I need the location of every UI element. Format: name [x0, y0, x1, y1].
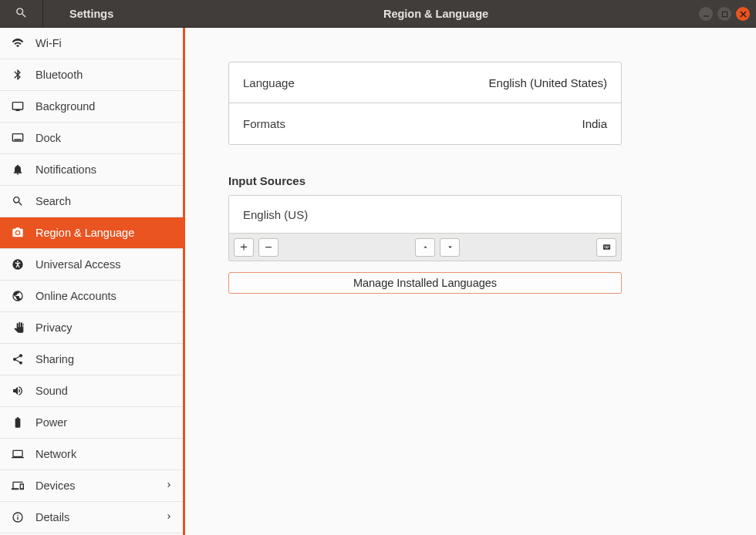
accessibility-icon	[11, 257, 25, 271]
close-button[interactable]	[736, 7, 750, 21]
close-icon	[740, 8, 747, 20]
chevron-down-icon	[446, 241, 454, 254]
sidebar-item-background[interactable]: Background	[0, 91, 183, 123]
plus-icon: ＋	[238, 239, 250, 255]
sidebar-item-label: Notifications	[35, 163, 96, 176]
bell-icon	[11, 163, 25, 177]
titlebar: Settings Region & Language	[0, 0, 756, 28]
sidebar-item-wifi[interactable]: Wi-Fi	[0, 28, 183, 59]
formats-value: India	[582, 117, 607, 130]
language-label: Language	[243, 76, 295, 89]
sidebar-item-devices[interactable]: Devices	[0, 470, 183, 502]
share-icon	[11, 352, 25, 366]
sidebar-item-network[interactable]: Network	[0, 439, 183, 470]
window-controls	[687, 7, 756, 21]
svg-rect-1	[722, 12, 727, 16]
dock-icon	[11, 131, 25, 145]
page-title: Region & Language	[185, 8, 687, 20]
sidebar-title: Settings	[43, 8, 113, 20]
search-icon	[11, 194, 25, 208]
sidebar-item-label: Online Accounts	[35, 290, 116, 302]
search-icon	[15, 6, 28, 22]
sidebar-item-label: Bluetooth	[35, 69, 83, 81]
keyboard-icon	[602, 241, 611, 254]
sidebar-item-label: Network	[35, 448, 76, 460]
language-row[interactable]: Language English (United States)	[229, 62, 621, 103]
chevron-up-icon	[421, 241, 430, 254]
sidebar-item-label: Wi-Fi	[35, 37, 62, 49]
header-search-button[interactable]	[0, 0, 43, 27]
sidebar-item-label: Devices	[35, 479, 76, 492]
input-sources-heading: Input Sources	[228, 174, 713, 187]
sidebar-item-sharing[interactable]: Sharing	[0, 344, 183, 375]
formats-row[interactable]: Formats India	[229, 103, 621, 144]
sidebar-item-label: Universal Access	[35, 258, 120, 271]
sidebar-item-label: Dock	[35, 132, 61, 144]
background-icon	[11, 99, 25, 113]
keyboard-layout-button[interactable]	[596, 238, 616, 257]
manage-languages-button[interactable]: Manage Installed Languages	[228, 272, 622, 294]
chevron-right-icon	[164, 479, 174, 492]
minimize-icon	[703, 8, 710, 20]
manage-languages-label: Manage Installed Languages	[353, 277, 497, 289]
move-down-button[interactable]	[440, 238, 460, 257]
language-formats-panel: Language English (United States) Formats…	[228, 62, 622, 145]
sidebar-item-label: Details	[35, 511, 69, 523]
input-source-item[interactable]: English (US)	[229, 196, 621, 233]
formats-label: Formats	[243, 117, 285, 130]
network-icon	[11, 447, 25, 461]
sidebar-item-label: Power	[35, 416, 67, 429]
sidebar-item-search[interactable]: Search	[0, 186, 183, 217]
sidebar-item-label: Sound	[35, 385, 68, 397]
chevron-right-icon	[164, 511, 174, 523]
app-body: Wi-Fi Bluetooth Background Dock Notifica…	[0, 28, 756, 535]
speaker-icon	[11, 384, 25, 398]
sidebar-item-label: Region & Language	[35, 227, 134, 239]
wifi-icon	[11, 36, 25, 50]
sidebar-item-universal-access[interactable]: Universal Access	[0, 249, 183, 281]
cloud-icon	[11, 289, 25, 303]
maximize-button[interactable]	[717, 7, 731, 21]
svg-rect-0	[703, 15, 708, 16]
sidebar: Wi-Fi Bluetooth Background Dock Notifica…	[0, 28, 185, 535]
sidebar-item-details[interactable]: Details	[0, 502, 183, 533]
battery-icon	[11, 416, 25, 429]
remove-input-button[interactable]: −	[258, 238, 278, 257]
titlebar-left: Settings	[0, 0, 185, 27]
move-up-button[interactable]	[415, 238, 435, 257]
sidebar-item-dock[interactable]: Dock	[0, 123, 183, 154]
add-input-button[interactable]: ＋	[234, 238, 254, 257]
sidebar-item-bluetooth[interactable]: Bluetooth	[0, 59, 183, 91]
input-sources-list: English (US)	[228, 195, 622, 234]
flag-icon	[11, 226, 25, 240]
language-value: English (United States)	[489, 76, 607, 89]
sidebar-item-label: Background	[35, 100, 95, 113]
sidebar-item-notifications[interactable]: Notifications	[0, 154, 183, 186]
bluetooth-icon	[11, 68, 25, 82]
sidebar-item-label: Search	[35, 195, 71, 207]
sidebar-item-privacy[interactable]: Privacy	[0, 312, 183, 344]
info-icon	[11, 510, 25, 524]
minus-icon: −	[265, 241, 272, 254]
content: Language English (United States) Formats…	[185, 28, 756, 535]
maximize-icon	[721, 8, 728, 20]
sidebar-item-sound[interactable]: Sound	[0, 375, 183, 407]
sidebar-item-online-accounts[interactable]: Online Accounts	[0, 281, 183, 312]
minimize-button[interactable]	[699, 7, 713, 21]
hand-icon	[11, 321, 25, 335]
input-source-name: English (US)	[243, 208, 308, 221]
devices-icon	[11, 479, 25, 493]
sidebar-item-power[interactable]: Power	[0, 407, 183, 439]
sidebar-item-region-language[interactable]: Region & Language	[0, 217, 183, 249]
input-sources-toolbar: ＋ −	[228, 234, 622, 261]
sidebar-item-label: Sharing	[35, 353, 74, 365]
sidebar-item-label: Privacy	[35, 321, 73, 334]
